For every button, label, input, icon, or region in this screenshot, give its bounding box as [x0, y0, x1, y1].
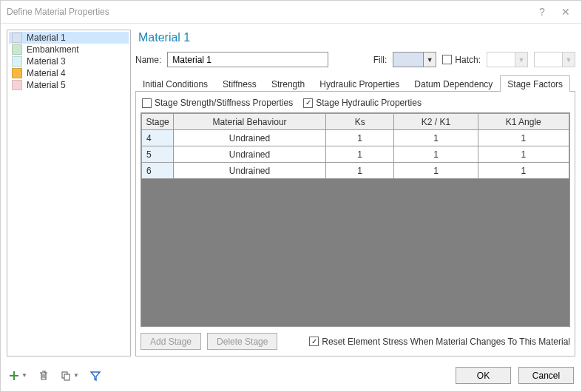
titlebar-controls: ? ✕	[535, 6, 575, 18]
checkbox-box: ✓	[309, 337, 319, 346]
cell[interactable]: Undrained	[174, 146, 326, 163]
add-material-button[interactable]: ▼	[8, 370, 27, 382]
chevron-down-icon: ▼	[73, 372, 79, 379]
column-header: Material Behaviour	[174, 114, 326, 130]
tab-stiffness[interactable]: Stiffness	[215, 75, 264, 92]
chevron-down-icon: ▼	[21, 372, 27, 379]
copy-icon	[60, 370, 72, 382]
material-label: Material 5	[27, 80, 66, 90]
column-header: Stage	[142, 114, 174, 130]
material-swatch	[12, 33, 22, 43]
tab-datum-dependency[interactable]: Datum Dependency	[407, 75, 500, 92]
hatch-pattern-select: ▼	[487, 52, 528, 67]
stage-strength-checkbox[interactable]: Stage Strength/Stiffness Properties	[142, 98, 293, 108]
svg-rect-1	[64, 374, 70, 380]
material-swatch	[12, 68, 22, 78]
cell[interactable]: 4	[142, 130, 174, 146]
table-row[interactable]: 6Undrained111	[142, 163, 569, 179]
panel-bottom: Add Stage Delete Stage ✓ Reset Element S…	[141, 333, 570, 350]
table-row[interactable]: 4Undrained111	[142, 130, 569, 146]
help-icon[interactable]: ?	[535, 6, 549, 18]
reset-stress-checkbox[interactable]: ✓ Reset Element Stress When Material Cha…	[309, 337, 570, 347]
material-swatch	[12, 44, 22, 55]
copy-material-button[interactable]: ▼	[60, 370, 79, 382]
panel-checks: Stage Strength/Stiffness Properties ✓ St…	[142, 98, 570, 108]
client-area: Material 1EmbankmentMaterial 3Material 4…	[1, 24, 581, 362]
tab-stage-factors[interactable]: Stage Factors	[500, 75, 570, 92]
cancel-button[interactable]: Cancel	[518, 367, 574, 384]
stage-strength-label: Stage Strength/Stiffness Properties	[155, 98, 293, 108]
stage-hydraulic-checkbox[interactable]: ✓ Stage Hydraulic Properties	[303, 98, 422, 108]
cell[interactable]: 1	[394, 163, 478, 179]
stage-hydraulic-label: Stage Hydraulic Properties	[316, 98, 422, 108]
fill-select[interactable]: ▼	[393, 52, 436, 67]
material-item[interactable]: Material 3	[9, 55, 129, 67]
material-label: Material 1	[27, 33, 66, 43]
fill-swatch	[393, 53, 423, 67]
chevron-down-icon: ▼	[423, 53, 436, 67]
table-row[interactable]: 5Undrained111	[142, 146, 569, 163]
plus-icon	[8, 370, 20, 382]
cell[interactable]: 1	[394, 130, 478, 146]
delete-material-button[interactable]	[38, 370, 50, 382]
main-panel: Material 1 Name: Fill: ▼ Hatch: ▼	[135, 30, 575, 356]
checkbox-box	[142, 98, 152, 108]
cell[interactable]: 1	[394, 146, 478, 163]
footer: ▼ ▼ OK Cance	[1, 362, 581, 391]
cell[interactable]: 1	[325, 130, 394, 146]
name-label: Name:	[135, 55, 161, 65]
material-item[interactable]: Material 4	[9, 67, 129, 79]
cell[interactable]: 1	[478, 146, 569, 163]
fill-label: Fill:	[373, 55, 388, 65]
chevron-down-icon: ▼	[515, 53, 527, 67]
cell[interactable]: 1	[478, 163, 569, 179]
material-item[interactable]: Material 5	[9, 79, 129, 91]
footer-toolbar: ▼ ▼	[8, 370, 101, 382]
trash-icon	[38, 370, 50, 382]
funnel-icon	[89, 370, 101, 382]
add-stage-button[interactable]: Add Stage	[141, 333, 201, 350]
material-item[interactable]: Material 1	[9, 32, 129, 44]
tab-initial-conditions[interactable]: Initial Conditions	[135, 75, 215, 92]
cell[interactable]: Undrained	[174, 163, 326, 179]
cell[interactable]: 5	[142, 146, 174, 163]
close-icon[interactable]: ✕	[559, 6, 572, 18]
checkbox-box	[442, 55, 452, 64]
reset-stress-label: Reset Element Stress When Material Chang…	[322, 337, 570, 347]
material-label: Embankment	[27, 44, 79, 55]
cell[interactable]: 6	[142, 163, 174, 179]
stage-grid[interactable]: StageMaterial BehaviourKsK2 / K1K1 Angle…	[141, 113, 569, 179]
name-row: Name: Fill: ▼ Hatch: ▼ ▼	[135, 52, 575, 67]
filter-button[interactable]	[89, 370, 101, 382]
window-title: Define Material Properties	[7, 7, 535, 17]
hatch-label: Hatch:	[455, 55, 481, 65]
cell[interactable]: Undrained	[174, 130, 326, 146]
material-swatch	[12, 80, 22, 90]
footer-buttons: OK Cancel	[456, 367, 574, 384]
column-header: K1 Angle	[478, 114, 569, 130]
cell[interactable]: 1	[478, 130, 569, 146]
column-header: Ks	[325, 114, 394, 130]
titlebar: Define Material Properties ? ✕	[1, 1, 581, 24]
material-swatch	[12, 56, 22, 67]
tab-strength[interactable]: Strength	[264, 75, 312, 92]
hatch-checkbox[interactable]: Hatch:	[442, 55, 481, 65]
chevron-down-icon: ▼	[562, 53, 575, 67]
material-label: Material 3	[27, 56, 66, 67]
materials-list[interactable]: Material 1EmbankmentMaterial 3Material 4…	[7, 30, 131, 356]
cell[interactable]: 1	[325, 146, 394, 163]
dialog-window: Define Material Properties ? ✕ Material …	[0, 0, 582, 392]
material-heading: Material 1	[138, 31, 575, 44]
column-header: K2 / K1	[394, 114, 478, 130]
material-item[interactable]: Embankment	[9, 44, 129, 55]
tab-hydraulic-properties[interactable]: Hydraulic Properties	[312, 75, 407, 92]
delete-stage-button[interactable]: Delete Stage	[207, 333, 277, 350]
tabs: Initial ConditionsStiffnessStrengthHydra…	[135, 75, 575, 92]
stage-grid-wrap: StageMaterial BehaviourKsK2 / K1K1 Angle…	[141, 112, 570, 327]
name-input[interactable]	[167, 52, 328, 67]
stage-factors-panel: Stage Strength/Stiffness Properties ✓ St…	[135, 92, 575, 356]
cell[interactable]: 1	[325, 163, 394, 179]
material-label: Material 4	[27, 68, 66, 78]
ok-button[interactable]: OK	[456, 367, 511, 384]
hatch-color-select: ▼	[534, 52, 575, 67]
